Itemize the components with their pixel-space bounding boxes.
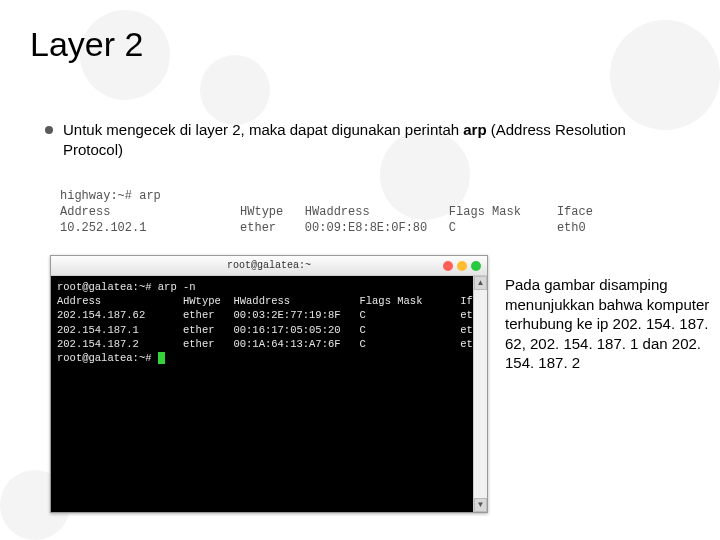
arp-header: Address HWtype HWaddress Flags Mask Ifac… xyxy=(60,205,593,219)
terminal-scrollbar[interactable]: ▲ ▼ xyxy=(473,276,487,512)
term-row: 202.154.187.62 ether 00:03:2E:77:19:8F C… xyxy=(57,309,485,321)
terminal-titlebar: root@galatea:~ xyxy=(51,256,487,276)
bullet-item: Untuk mengecek di layer 2, maka dapat di… xyxy=(45,120,690,161)
term-row: 202.154.187.1 ether 00:16:17:05:05:20 C … xyxy=(57,324,485,336)
arp-row: 10.252.102.1 ether 00:09:E8:8E:0F:80 C e… xyxy=(60,221,586,235)
bullet-command: arp xyxy=(463,121,486,138)
term-line-prompt: root@galatea:~# arp -n xyxy=(57,281,196,293)
window-controls[interactable] xyxy=(443,261,481,271)
terminal-title: root@galatea:~ xyxy=(51,260,487,271)
scroll-up-icon[interactable]: ▲ xyxy=(474,276,487,290)
close-icon[interactable] xyxy=(443,261,453,271)
terminal-body[interactable]: root@galatea:~# arp -n Address HWtype HW… xyxy=(51,276,487,512)
maximize-icon[interactable] xyxy=(471,261,481,271)
term-cursor-prompt: root@galatea:~# xyxy=(57,352,158,364)
minimize-icon[interactable] xyxy=(457,261,467,271)
slide-title: Layer 2 xyxy=(30,25,143,64)
terminal-window: root@galatea:~ root@galatea:~# arp -n Ad… xyxy=(50,255,488,513)
cursor-icon xyxy=(158,352,165,364)
bullet-prefix: Untuk mengecek di layer 2, maka dapat di… xyxy=(63,121,463,138)
bullet-text: Untuk mengecek di layer 2, maka dapat di… xyxy=(63,120,690,161)
side-note-text: Pada gambar disamping menunjukkan bahwa … xyxy=(505,275,712,373)
bg-circle xyxy=(610,20,720,130)
arp-output-top: highway:~# arp Address HWtype HWaddress … xyxy=(60,188,593,237)
term-row: 202.154.187.2 ether 00:1A:64:13:A7:6F C … xyxy=(57,338,485,350)
arp-prompt: highway:~# arp xyxy=(60,189,161,203)
bg-circle xyxy=(200,55,270,125)
term-header: Address HWtype HWaddress Flags Mask Ifac… xyxy=(57,295,487,307)
scroll-down-icon[interactable]: ▼ xyxy=(474,498,487,512)
bullet-icon xyxy=(45,126,53,134)
scroll-track[interactable] xyxy=(474,290,487,498)
